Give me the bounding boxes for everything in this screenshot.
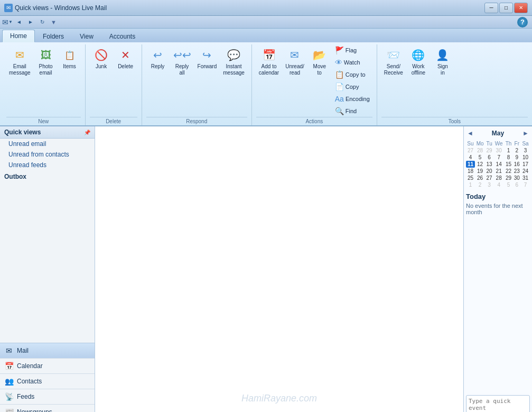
cal-day[interactable]: 15: [504, 161, 512, 168]
cal-day[interactable]: 1: [504, 147, 512, 154]
cal-day[interactable]: 28: [493, 175, 505, 181]
cal-day[interactable]: 14: [493, 161, 505, 168]
ribbon-respond-items: ↩ Reply ↩↩ Reply all ↪ Forward 💬 Instant…: [146, 44, 247, 117]
cal-day[interactable]: 6: [513, 181, 521, 188]
toolbar-dropdown[interactable]: ▼: [49, 19, 59, 25]
cal-day[interactable]: 11: [466, 161, 475, 168]
cal-day[interactable]: 6: [485, 154, 493, 161]
calendar-prev-button[interactable]: ◄: [466, 130, 474, 137]
sign-in-button[interactable]: 👤 Sign in: [431, 44, 454, 78]
cal-day[interactable]: 8: [504, 154, 512, 161]
cal-day[interactable]: 13: [485, 161, 493, 168]
maximize-button[interactable]: □: [499, 3, 513, 13]
cal-day[interactable]: 23: [513, 168, 521, 175]
cal-day[interactable]: 1: [466, 181, 475, 188]
cal-day[interactable]: 31: [521, 175, 530, 181]
close-button[interactable]: ✕: [514, 3, 528, 13]
cal-day[interactable]: 2: [475, 181, 485, 188]
reply-button[interactable]: ↩ Reply: [146, 44, 170, 72]
cal-day[interactable]: 19: [475, 168, 485, 175]
cal-day[interactable]: 17: [521, 161, 530, 168]
reply-all-label: Reply all: [175, 63, 189, 76]
reply-all-icon: ↩↩: [174, 47, 191, 63]
cal-day[interactable]: 29: [504, 175, 512, 181]
cal-day[interactable]: 10: [521, 154, 530, 161]
back-btn[interactable]: ◄: [14, 17, 24, 27]
delete-button[interactable]: ✕ Delete: [114, 44, 137, 72]
cal-day[interactable]: 5: [475, 154, 485, 161]
forward-button[interactable]: ↪ Forward: [195, 44, 220, 72]
watch-button[interactable]: 👁 Watch: [332, 57, 372, 68]
reply-all-button[interactable]: ↩↩ Reply all: [171, 44, 194, 78]
cal-day[interactable]: 7: [521, 181, 530, 188]
sidebar-item-unread-email[interactable]: Unread email: [0, 139, 95, 149]
cal-day[interactable]: 30: [493, 147, 505, 154]
cal-day[interactable]: 3: [485, 181, 493, 188]
tab-home[interactable]: Home: [2, 30, 35, 42]
junk-button[interactable]: 🚫 Junk: [90, 44, 113, 72]
items-button[interactable]: 📋 Items: [59, 44, 81, 72]
cal-day[interactable]: 30: [513, 175, 521, 181]
cal-day[interactable]: 16: [513, 161, 521, 168]
sidebar-nav-newsgroups-label: Newsgroups: [17, 408, 52, 412]
sidebar-outbox[interactable]: Outbox: [0, 170, 95, 183]
cal-day[interactable]: 27: [485, 175, 493, 181]
cal-day[interactable]: 21: [493, 168, 505, 175]
add-to-calendar-button[interactable]: 📅 Add to calendar: [256, 44, 282, 78]
sidebar-item-unread-contacts[interactable]: Unread from contacts: [0, 149, 95, 160]
cal-day[interactable]: 9: [513, 154, 521, 161]
cal-day[interactable]: 24: [521, 168, 530, 175]
cal-day[interactable]: 25: [466, 175, 475, 181]
cal-day[interactable]: 27: [466, 147, 475, 154]
copy-to-button[interactable]: 📋 Copy to: [332, 69, 372, 80]
cal-day[interactable]: 4: [466, 154, 475, 161]
cal-day[interactable]: 7: [493, 154, 505, 161]
cal-day[interactable]: 29: [485, 147, 493, 154]
new-quick-btn[interactable]: ✉▼: [2, 17, 13, 27]
email-message-button[interactable]: ✉ Email message: [6, 44, 33, 78]
calendar-next-button[interactable]: ►: [521, 130, 530, 137]
ribbon-group-new: ✉ Email message 🖼 Photo email 📋 Items Ne…: [2, 44, 86, 125]
cal-day[interactable]: 4: [493, 181, 505, 188]
sidebar-nav-calendar[interactable]: 📅 Calendar: [0, 359, 95, 374]
minimize-button[interactable]: ─: [484, 3, 498, 13]
cal-day[interactable]: 18: [466, 168, 475, 175]
encoding-button[interactable]: Aa Encoding: [332, 93, 372, 105]
instant-message-button[interactable]: 💬 Instant message: [220, 44, 247, 78]
forward-btn[interactable]: ►: [25, 17, 36, 27]
cal-day[interactable]: 2: [513, 147, 521, 154]
ribbon-actions-items: 📅 Add to calendar ✉ Unread/ read 📂 Move …: [256, 44, 372, 117]
refresh-btn[interactable]: ↻: [37, 17, 48, 27]
cal-day[interactable]: 26: [475, 175, 485, 181]
sidebar-item-unread-feeds[interactable]: Unread feeds: [0, 160, 95, 170]
sidebar-pin-icon[interactable]: 📌: [84, 130, 90, 135]
sidebar-nav-feeds[interactable]: 📡 Feeds: [0, 389, 95, 405]
sidebar-nav-newsgroups[interactable]: 📰 Newsgroups: [0, 405, 95, 412]
help-button[interactable]: ?: [517, 17, 528, 28]
calendar-header: ◄ May ►: [466, 129, 530, 138]
cal-day[interactable]: 3: [521, 147, 530, 154]
flag-button[interactable]: 🚩 Flag: [332, 44, 372, 56]
calendar-quick-event[interactable]: [466, 395, 530, 412]
sidebar-nav-mail[interactable]: ✉ Mail: [0, 343, 95, 359]
cal-day[interactable]: 12: [475, 161, 485, 168]
move-to-button[interactable]: 📂 Move to: [308, 44, 331, 78]
unread-read-button[interactable]: ✉ Unread/ read: [283, 44, 307, 78]
tab-folders[interactable]: Folders: [35, 30, 72, 42]
work-offline-button[interactable]: 🌐 Work offline: [407, 44, 430, 78]
cal-day[interactable]: 20: [485, 168, 493, 175]
title-bar: ✉ Quick views - Windows Live Mail ─ □ ✕: [0, 0, 532, 16]
sidebar-nav-contacts[interactable]: 👥 Contacts: [0, 374, 95, 389]
tab-accounts[interactable]: Accounts: [101, 30, 143, 42]
photo-email-button[interactable]: 🖼 Photo email: [34, 44, 58, 78]
send-receive-button[interactable]: 📨 Send/ Receive: [381, 44, 406, 78]
move-to-label: Move to: [313, 63, 326, 76]
cal-day[interactable]: 22: [504, 168, 512, 175]
quick-event-input[interactable]: [469, 398, 527, 412]
copy-button[interactable]: 📄 Copy: [332, 81, 372, 93]
calendar-day-headers: Su Mo Tu We Th Fr Sa: [466, 140, 530, 147]
cal-day[interactable]: 28: [475, 147, 485, 154]
cal-day[interactable]: 5: [504, 181, 512, 188]
tab-view[interactable]: View: [72, 30, 101, 42]
find-button[interactable]: 🔍 Find: [332, 105, 372, 117]
